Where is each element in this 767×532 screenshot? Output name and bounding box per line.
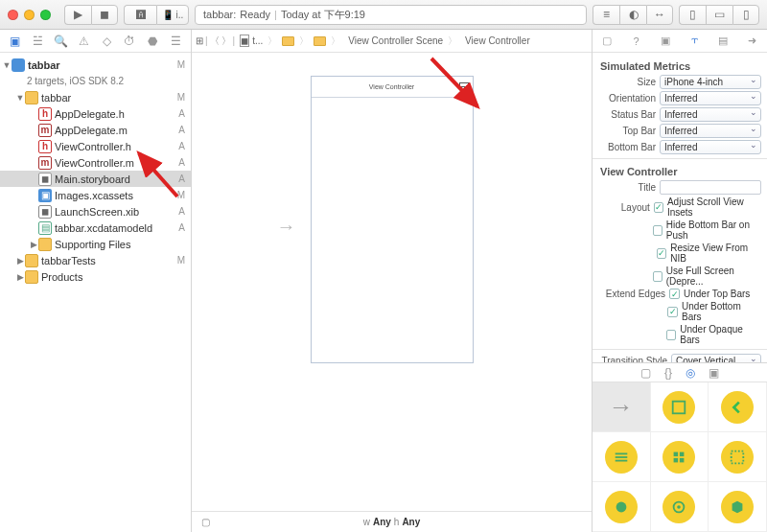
- svg-rect-0: [673, 401, 686, 413]
- lib-item-6[interactable]: [593, 482, 651, 532]
- battery-icon: [459, 82, 469, 87]
- assistant-editor-button[interactable]: ◐: [619, 5, 646, 25]
- tree-item-tabbar-xcdatamodeld[interactable]: ▤tabbar.xcdatamodeldA: [0, 220, 191, 236]
- media-library-tab[interactable]: ▣: [709, 366, 719, 380]
- scm-status: M: [177, 190, 185, 200]
- xcode-project-icon: [12, 58, 25, 72]
- size-popup[interactable]: iPhone 4-inch: [660, 75, 761, 89]
- toggle-inspector-button[interactable]: ▯: [732, 5, 759, 25]
- lib-item-3[interactable]: [593, 432, 651, 482]
- library-grid[interactable]: →: [593, 382, 767, 532]
- version-editor-button[interactable]: ↔: [646, 5, 673, 25]
- statusbar-popup[interactable]: Inferred: [660, 107, 761, 122]
- tree-item-products[interactable]: ▶Products: [0, 268, 191, 285]
- size-class-bar[interactable]: ▢ wAny hAny: [192, 511, 592, 532]
- file-label: Supporting Files: [55, 239, 185, 250]
- inspector-panel: ▢ ? ▣ ⥾ ▤ ➜ Simulated Metrics SizeiPhone…: [593, 30, 767, 532]
- outline-toggle-icon[interactable]: ▢: [201, 517, 210, 527]
- tree-item-images-xcassets[interactable]: ▣Images.xcassetsM: [0, 187, 191, 203]
- stop-button[interactable]: ◼: [91, 5, 118, 25]
- test-navigator-tab[interactable]: ◇: [99, 34, 114, 49]
- svg-rect-5: [680, 451, 685, 456]
- project-navigator-tab[interactable]: ▣: [8, 34, 23, 49]
- file-label: ViewController.h: [55, 141, 178, 152]
- jump-viewcontroller[interactable]: View Controller: [459, 35, 533, 46]
- svg-rect-2: [616, 456, 628, 458]
- layout-checkbox-3[interactable]: [653, 271, 662, 282]
- file-status: M: [177, 59, 185, 70]
- forward-button[interactable]: 〉: [221, 35, 231, 48]
- tree-item-appdelegate-h[interactable]: hAppDelegate.hA: [0, 105, 191, 122]
- title-field[interactable]: [660, 180, 761, 195]
- tree-item-tabbartests[interactable]: ▶tabbarTestsM: [0, 252, 191, 268]
- lib-item-4[interactable]: [651, 432, 709, 482]
- quickhelp-inspector-tab[interactable]: ?: [628, 34, 643, 49]
- debug-navigator-tab[interactable]: ⏱: [122, 34, 137, 49]
- scheme-target[interactable]: 🅰: [124, 5, 156, 25]
- lib-item-5[interactable]: [709, 432, 767, 482]
- symbol-navigator-tab[interactable]: ☱: [31, 34, 46, 49]
- lib-item-1[interactable]: [651, 382, 709, 432]
- issue-navigator-tab[interactable]: ⚠: [77, 34, 92, 49]
- status-time: Today at 下午9:19: [281, 8, 365, 22]
- extend-checkbox-0[interactable]: [669, 289, 680, 299]
- topbar-popup[interactable]: Inferred: [660, 124, 761, 138]
- run-button[interactable]: ▶: [64, 5, 91, 25]
- tree-item-appdelegate-m[interactable]: mAppDelegate.mA: [0, 122, 191, 138]
- sb-icon: ◼: [38, 173, 52, 186]
- jump-scene[interactable]: View Controller Scene: [342, 35, 446, 46]
- bottombar-popup[interactable]: Inferred: [660, 140, 761, 154]
- scheme-device[interactable]: 📱 i..: [156, 5, 189, 25]
- lib-item-7[interactable]: [651, 482, 709, 532]
- storyboard-canvas[interactable]: → View Controller: [192, 53, 592, 511]
- tree-item-viewcontroller-m[interactable]: mViewController.mA: [0, 154, 191, 171]
- object-library-tab[interactable]: ◎: [686, 366, 695, 380]
- toggle-navigator-button[interactable]: ▯: [679, 5, 706, 25]
- project-subtitle-row: 2 targets, iOS SDK 8.2: [0, 73, 191, 89]
- file-label: AppDelegate.h: [55, 108, 178, 120]
- size-inspector-tab[interactable]: ▤: [715, 34, 731, 49]
- scheme-group[interactable]: 🅰 📱 i..: [124, 5, 189, 25]
- back-button[interactable]: 〈: [210, 35, 220, 48]
- project-tree[interactable]: ▼ tabbar M 2 targets, iOS SDK 8.2 ▼tabba…: [0, 53, 191, 532]
- extend-checkbox-1[interactable]: [667, 307, 678, 317]
- code-snippet-library-tab[interactable]: {}: [664, 366, 672, 380]
- zoom-window-button[interactable]: [40, 10, 51, 20]
- standard-editor-button[interactable]: ≡: [593, 5, 619, 25]
- connections-inspector-tab[interactable]: ➜: [745, 34, 760, 49]
- close-window-button[interactable]: [8, 10, 18, 20]
- orientation-popup[interactable]: Inferred: [660, 91, 761, 105]
- file-template-library-tab[interactable]: ▢: [640, 366, 651, 380]
- jump-folder-1[interactable]: [279, 36, 297, 46]
- lib-item-2[interactable]: [709, 382, 767, 432]
- transition-popup[interactable]: Cover Vertical: [671, 354, 761, 362]
- tree-item-tabbar[interactable]: ▼tabbarM: [0, 89, 191, 105]
- toggle-debug-button[interactable]: ▭: [706, 5, 732, 25]
- layout-checkbox-1[interactable]: [653, 225, 662, 236]
- simulated-metrics-title: Simulated Metrics: [593, 57, 767, 74]
- minimize-window-button[interactable]: [24, 10, 35, 20]
- breakpoint-navigator-tab[interactable]: ⬣: [145, 34, 160, 49]
- find-navigator-tab[interactable]: 🔍: [54, 34, 69, 49]
- tree-item-viewcontroller-h[interactable]: hViewController.hA: [0, 138, 191, 154]
- extend-checkbox-2[interactable]: [666, 330, 677, 340]
- related-items-icon[interactable]: ⊞: [196, 35, 203, 46]
- report-navigator-tab[interactable]: ☰: [168, 34, 183, 49]
- view-controller-scene[interactable]: View Controller: [311, 76, 474, 363]
- attributes-inspector-tab[interactable]: ⥾: [686, 34, 702, 49]
- jump-file[interactable]: ◼t...: [237, 35, 266, 47]
- layout-checkbox-2[interactable]: [657, 248, 667, 259]
- project-root[interactable]: ▼ tabbar M: [0, 57, 191, 73]
- identity-inspector-tab[interactable]: ▣: [658, 34, 673, 49]
- navigator-panel: ▣ ☱ 🔍 ⚠ ◇ ⏱ ⬣ ☰ ▼ tabbar M 2 targets, iO…: [0, 30, 192, 532]
- tree-item-supporting-files[interactable]: ▶Supporting Files: [0, 236, 191, 252]
- file-inspector-tab[interactable]: ▢: [599, 34, 615, 49]
- layout-checkbox-0[interactable]: [654, 202, 663, 213]
- lib-item-8[interactable]: [709, 482, 767, 532]
- tree-item-launchscreen-xib[interactable]: ◼LaunchScreen.xibA: [0, 203, 191, 220]
- tree-item-main-storyboard[interactable]: ◼Main.storyboardA: [0, 171, 191, 187]
- jump-folder-2[interactable]: [311, 36, 329, 46]
- svg-rect-1: [616, 452, 628, 454]
- jump-bar[interactable]: ⊞ | 〈 〉 | ◼t... 〉 〉 〉 View Controller Sc…: [192, 30, 592, 53]
- lib-item-viewcontroller[interactable]: →: [593, 382, 651, 432]
